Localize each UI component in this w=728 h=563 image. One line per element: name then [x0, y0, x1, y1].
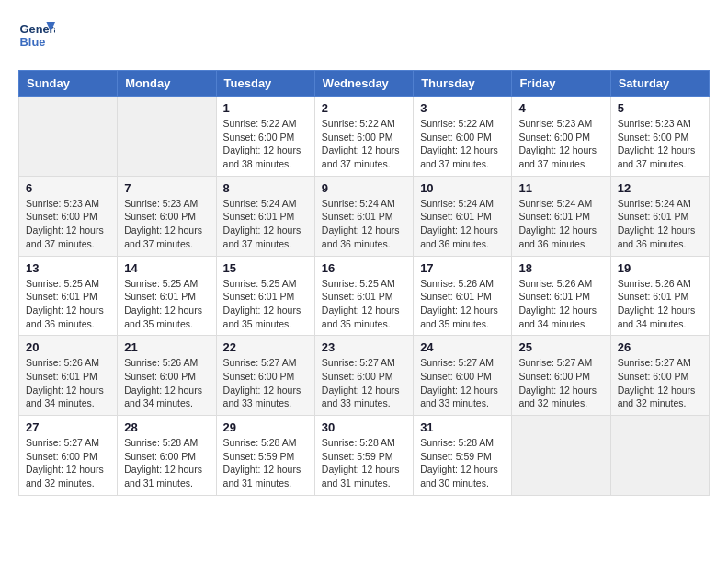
calendar-day-cell: 23Sunrise: 5:27 AMSunset: 6:00 PMDayligh… — [314, 336, 413, 416]
day-info: Sunrise: 5:26 AMSunset: 6:01 PMDaylight:… — [518, 277, 603, 331]
day-number: 18 — [518, 261, 603, 275]
calendar-table: SundayMondayTuesdayWednesdayThursdayFrid… — [18, 70, 710, 496]
calendar-day-cell: 31Sunrise: 5:28 AMSunset: 5:59 PMDayligh… — [414, 416, 512, 496]
day-info: Sunrise: 5:25 AMSunset: 6:01 PMDaylight:… — [124, 277, 209, 331]
day-info: Sunrise: 5:27 AMSunset: 6:00 PMDaylight:… — [223, 356, 308, 410]
calendar-day-cell: 28Sunrise: 5:28 AMSunset: 6:00 PMDayligh… — [118, 416, 216, 496]
day-info: Sunrise: 5:24 AMSunset: 6:01 PMDaylight:… — [223, 197, 308, 251]
day-info: Sunrise: 5:28 AMSunset: 5:59 PMDaylight:… — [223, 436, 308, 490]
day-info: Sunrise: 5:22 AMSunset: 6:00 PMDaylight:… — [420, 117, 505, 171]
calendar-day-cell — [512, 416, 610, 496]
calendar-day-cell: 9Sunrise: 5:24 AMSunset: 6:01 PMDaylight… — [314, 176, 413, 256]
logo: General Blue — [18, 18, 63, 55]
calendar-day-cell: 30Sunrise: 5:28 AMSunset: 5:59 PMDayligh… — [314, 416, 413, 496]
day-info: Sunrise: 5:25 AMSunset: 6:01 PMDaylight:… — [223, 277, 308, 331]
weekday-header: Friday — [512, 71, 610, 97]
day-number: 31 — [420, 420, 505, 434]
calendar-day-cell: 27Sunrise: 5:27 AMSunset: 6:00 PMDayligh… — [19, 416, 118, 496]
day-info: Sunrise: 5:27 AMSunset: 6:00 PMDaylight:… — [618, 356, 702, 410]
calendar-header-row: SundayMondayTuesdayWednesdayThursdayFrid… — [19, 71, 710, 97]
day-number: 5 — [618, 101, 702, 115]
day-info: Sunrise: 5:24 AMSunset: 6:01 PMDaylight:… — [518, 197, 603, 251]
day-info: Sunrise: 5:27 AMSunset: 6:00 PMDaylight:… — [518, 356, 603, 410]
day-info: Sunrise: 5:24 AMSunset: 6:01 PMDaylight:… — [420, 197, 505, 251]
day-number: 4 — [518, 101, 603, 115]
day-info: Sunrise: 5:28 AMSunset: 5:59 PMDaylight:… — [420, 436, 505, 490]
day-number: 25 — [518, 340, 603, 354]
calendar-day-cell: 29Sunrise: 5:28 AMSunset: 5:59 PMDayligh… — [216, 416, 314, 496]
calendar-day-cell: 22Sunrise: 5:27 AMSunset: 6:00 PMDayligh… — [216, 336, 314, 416]
day-number: 6 — [26, 181, 110, 195]
day-info: Sunrise: 5:28 AMSunset: 6:00 PMDaylight:… — [124, 436, 209, 490]
day-info: Sunrise: 5:22 AMSunset: 6:00 PMDaylight:… — [322, 117, 406, 171]
weekday-header: Tuesday — [216, 71, 314, 97]
day-number: 3 — [420, 101, 505, 115]
calendar-day-cell: 8Sunrise: 5:24 AMSunset: 6:01 PMDaylight… — [216, 176, 314, 256]
calendar-day-cell — [118, 97, 216, 177]
calendar-day-cell: 13Sunrise: 5:25 AMSunset: 6:01 PMDayligh… — [19, 256, 118, 336]
weekday-header: Thursday — [414, 71, 512, 97]
page-header: General Blue — [18, 18, 710, 55]
day-number: 22 — [223, 340, 308, 354]
day-info: Sunrise: 5:26 AMSunset: 6:01 PMDaylight:… — [26, 356, 110, 410]
calendar-day-cell: 5Sunrise: 5:23 AMSunset: 6:00 PMDaylight… — [610, 97, 709, 177]
calendar-day-cell: 4Sunrise: 5:23 AMSunset: 6:00 PMDaylight… — [512, 97, 610, 177]
calendar-day-cell: 2Sunrise: 5:22 AMSunset: 6:00 PMDaylight… — [314, 97, 413, 177]
day-number: 23 — [322, 340, 406, 354]
day-number: 13 — [26, 261, 110, 275]
calendar-day-cell: 3Sunrise: 5:22 AMSunset: 6:00 PMDaylight… — [414, 97, 512, 177]
day-number: 27 — [26, 420, 110, 434]
calendar-day-cell: 17Sunrise: 5:26 AMSunset: 6:01 PMDayligh… — [414, 256, 512, 336]
day-number: 10 — [420, 181, 505, 195]
day-info: Sunrise: 5:23 AMSunset: 6:00 PMDaylight:… — [518, 117, 603, 171]
day-number: 9 — [322, 181, 406, 195]
calendar-week-row: 13Sunrise: 5:25 AMSunset: 6:01 PMDayligh… — [19, 256, 710, 336]
calendar-day-cell: 12Sunrise: 5:24 AMSunset: 6:01 PMDayligh… — [610, 176, 709, 256]
day-info: Sunrise: 5:26 AMSunset: 6:00 PMDaylight:… — [124, 356, 209, 410]
day-number: 16 — [322, 261, 406, 275]
day-number: 20 — [26, 340, 110, 354]
day-info: Sunrise: 5:25 AMSunset: 6:01 PMDaylight:… — [322, 277, 406, 331]
calendar-day-cell: 14Sunrise: 5:25 AMSunset: 6:01 PMDayligh… — [118, 256, 216, 336]
weekday-header: Saturday — [610, 71, 709, 97]
day-number: 2 — [322, 101, 406, 115]
calendar-day-cell: 20Sunrise: 5:26 AMSunset: 6:01 PMDayligh… — [19, 336, 118, 416]
day-info: Sunrise: 5:22 AMSunset: 6:00 PMDaylight:… — [223, 117, 308, 171]
day-number: 28 — [124, 420, 209, 434]
calendar-day-cell: 18Sunrise: 5:26 AMSunset: 6:01 PMDayligh… — [512, 256, 610, 336]
calendar-day-cell: 21Sunrise: 5:26 AMSunset: 6:00 PMDayligh… — [118, 336, 216, 416]
day-number: 21 — [124, 340, 209, 354]
calendar-week-row: 6Sunrise: 5:23 AMSunset: 6:00 PMDaylight… — [19, 176, 710, 256]
calendar-day-cell: 16Sunrise: 5:25 AMSunset: 6:01 PMDayligh… — [314, 256, 413, 336]
calendar-day-cell — [19, 97, 118, 177]
calendar-day-cell: 15Sunrise: 5:25 AMSunset: 6:01 PMDayligh… — [216, 256, 314, 336]
day-number: 14 — [124, 261, 209, 275]
calendar-week-row: 1Sunrise: 5:22 AMSunset: 6:00 PMDaylight… — [19, 97, 710, 177]
calendar-day-cell: 19Sunrise: 5:26 AMSunset: 6:01 PMDayligh… — [610, 256, 709, 336]
day-info: Sunrise: 5:28 AMSunset: 5:59 PMDaylight:… — [322, 436, 406, 490]
day-info: Sunrise: 5:23 AMSunset: 6:00 PMDaylight:… — [26, 197, 110, 251]
day-info: Sunrise: 5:27 AMSunset: 6:00 PMDaylight:… — [420, 356, 505, 410]
calendar-day-cell: 6Sunrise: 5:23 AMSunset: 6:00 PMDaylight… — [19, 176, 118, 256]
svg-text:Blue: Blue — [20, 35, 46, 49]
calendar-week-row: 27Sunrise: 5:27 AMSunset: 6:00 PMDayligh… — [19, 416, 710, 496]
day-number: 30 — [322, 420, 406, 434]
logo-icon: General Blue — [18, 18, 55, 55]
calendar-day-cell: 10Sunrise: 5:24 AMSunset: 6:01 PMDayligh… — [414, 176, 512, 256]
weekday-header: Monday — [118, 71, 216, 97]
day-number: 1 — [223, 101, 308, 115]
calendar-day-cell: 11Sunrise: 5:24 AMSunset: 6:01 PMDayligh… — [512, 176, 610, 256]
calendar-day-cell: 1Sunrise: 5:22 AMSunset: 6:00 PMDaylight… — [216, 97, 314, 177]
calendar-day-cell: 25Sunrise: 5:27 AMSunset: 6:00 PMDayligh… — [512, 336, 610, 416]
day-info: Sunrise: 5:23 AMSunset: 6:00 PMDaylight:… — [618, 117, 702, 171]
day-number: 7 — [124, 181, 209, 195]
day-info: Sunrise: 5:26 AMSunset: 6:01 PMDaylight:… — [618, 277, 702, 331]
day-number: 19 — [618, 261, 702, 275]
day-info: Sunrise: 5:25 AMSunset: 6:01 PMDaylight:… — [26, 277, 110, 331]
day-info: Sunrise: 5:26 AMSunset: 6:01 PMDaylight:… — [420, 277, 505, 331]
weekday-header: Wednesday — [314, 71, 413, 97]
calendar-day-cell: 24Sunrise: 5:27 AMSunset: 6:00 PMDayligh… — [414, 336, 512, 416]
calendar-week-row: 20Sunrise: 5:26 AMSunset: 6:01 PMDayligh… — [19, 336, 710, 416]
day-number: 29 — [223, 420, 308, 434]
calendar-day-cell — [610, 416, 709, 496]
